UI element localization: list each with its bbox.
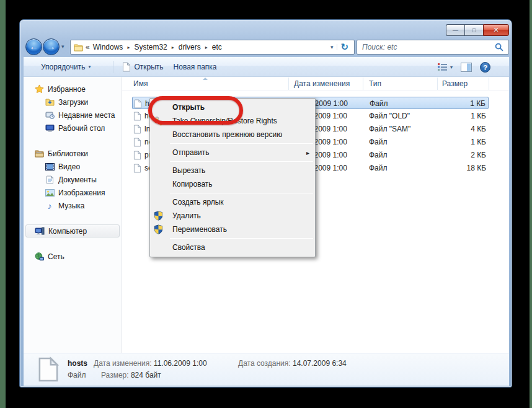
menu-item-restore-previous[interactable]: Восстановить прежнюю версию <box>150 128 315 141</box>
column-divider[interactable] <box>288 78 289 90</box>
details-created-label: Дата создания: <box>238 359 291 368</box>
sidebar-item-downloads[interactable]: Загрузки <box>24 95 122 109</box>
column-header-type[interactable]: Тип <box>369 79 381 88</box>
menu-item-properties[interactable]: Свойства <box>150 241 315 254</box>
open-button[interactable]: Открыть <box>117 62 168 72</box>
minimize-button[interactable]: — <box>446 24 464 36</box>
menu-label: Создать ярлык <box>172 198 224 206</box>
column-divider[interactable] <box>363 78 363 90</box>
nav-chevron-icon: ▾ <box>61 43 64 50</box>
search-icon <box>495 43 503 51</box>
file-blank-icon <box>133 125 141 136</box>
menu-separator <box>170 238 313 239</box>
help-button[interactable]: ? <box>480 62 490 73</box>
file-type: Файл <box>370 99 388 108</box>
libraries-icon <box>34 149 44 159</box>
details-file-type: Файл <box>68 371 86 379</box>
breadcrumb-overflow[interactable]: « <box>86 43 89 51</box>
documents-icon <box>45 175 55 185</box>
organize-button[interactable]: Упорядочить ▾ <box>36 63 95 71</box>
sidebar-item-documents[interactable]: Документы <box>24 173 122 186</box>
file-blank-icon <box>122 62 131 72</box>
breadcrumb-separator-icon[interactable]: ▸ <box>172 45 174 50</box>
menu-label: Переименовать <box>172 225 227 234</box>
music-icon: ♪ <box>45 201 55 211</box>
svg-text:?: ? <box>483 63 487 71</box>
menu-label: Вырезать <box>172 166 205 175</box>
nav-history-dropdown[interactable]: ▾ <box>61 43 64 50</box>
close-button[interactable]: ✕ <box>483 24 509 36</box>
column-divider[interactable] <box>489 78 489 90</box>
sidebar-item-desktop[interactable]: Рабочий стол <box>24 122 122 135</box>
menu-item-rename[interactable]: Переименовать <box>150 223 315 236</box>
sidebar-item-videos[interactable]: Видео <box>24 160 122 173</box>
restore-button[interactable]: □ <box>464 24 483 36</box>
column-header-modified[interactable]: Дата изменения <box>294 79 350 88</box>
file-type: Файл <box>369 151 388 159</box>
menu-separator <box>170 143 313 144</box>
desktop-icon <box>45 123 55 133</box>
forward-button[interactable]: → <box>43 38 60 55</box>
back-icon: ← <box>30 42 38 51</box>
minimize-icon: — <box>453 27 458 33</box>
file-size: 4 КБ <box>471 125 486 133</box>
sidebar-item-favorites[interactable]: Избранное <box>24 82 122 95</box>
menu-label: Свойства <box>172 243 205 252</box>
new-folder-button[interactable]: Новая папка <box>169 63 222 71</box>
file-blank-icon <box>37 355 60 386</box>
menu-label: Восстановить прежнюю версию <box>172 130 282 139</box>
address-folder-icon <box>73 42 83 52</box>
column-header-size[interactable]: Размер <box>442 79 468 88</box>
breadcrumb-item-drivers[interactable]: drivers <box>179 43 201 51</box>
file-type: Файл <box>369 164 388 172</box>
change-view-button[interactable]: ▾ <box>437 63 453 71</box>
computer-icon <box>35 226 45 236</box>
sidebar-item-pictures[interactable]: Изображения <box>24 186 122 199</box>
address-dropdown-button[interactable]: ▾ <box>327 44 338 50</box>
preview-pane-button[interactable] <box>461 63 472 72</box>
details-pane: hosts Файл Дата изменения: 11.06.2009 1:… <box>24 353 509 386</box>
sidebar-item-libraries[interactable]: Библиотеки <box>24 147 122 160</box>
green-edge-left <box>0 0 6 408</box>
file-size: 1 КБ <box>471 112 486 120</box>
column-headers: Имя Дата изменения Тип Размер <box>122 77 509 91</box>
views-icon <box>437 63 448 71</box>
star-icon <box>34 84 44 94</box>
screenshot-stage: — □ ✕ ← → ▾ « Windows ▸ System32 ▸ drive… <box>0 0 532 408</box>
menu-item-delete[interactable]: Удалить <box>150 209 315 223</box>
sidebar-item-recent-places[interactable]: Недавние места <box>24 109 122 122</box>
sidebar-item-music[interactable]: ♪ Музыка <box>24 199 122 212</box>
sidebar-item-network[interactable]: Сеть <box>24 250 122 263</box>
menu-item-send-to[interactable]: Отправить ▸ <box>150 146 315 159</box>
menu-item-create-shortcut[interactable]: Создать ярлык <box>150 195 315 209</box>
file-size: 18 КБ <box>466 164 486 172</box>
breadcrumb-item-system32[interactable]: System32 <box>134 43 167 51</box>
file-blank-icon <box>133 112 141 123</box>
back-button[interactable]: ← <box>25 38 42 55</box>
menu-item-cut[interactable]: Вырезать <box>150 164 315 177</box>
file-blank-icon <box>133 164 141 175</box>
menu-label: Удалить <box>172 211 201 220</box>
sidebar-item-computer[interactable]: Компьютер <box>25 224 120 237</box>
breadcrumb-item-windows[interactable]: Windows <box>93 43 123 51</box>
sidebar-label: Недавние места <box>58 111 115 120</box>
command-bar: Упорядочить ▾ Открыть Новая папка <box>24 57 509 77</box>
video-icon <box>45 162 55 172</box>
column-header-name[interactable]: Имя <box>133 79 148 88</box>
restore-icon: □ <box>472 27 476 33</box>
menu-item-copy[interactable]: Копировать <box>150 177 315 191</box>
breadcrumb-separator-icon[interactable]: ▸ <box>205 45 208 50</box>
details-modified-label: Дата изменения: <box>94 359 152 368</box>
sidebar-label: Музыка <box>58 202 84 210</box>
breadcrumb-item-etc[interactable]: etc <box>212 43 222 51</box>
sidebar-label: Изображения <box>58 188 105 197</box>
file-blank-icon <box>134 99 142 110</box>
navigation-pane: Избранное Загрузки Недавние места <box>24 77 122 353</box>
details-created-value: 14.07.2009 6:34 <box>293 359 347 368</box>
file-type: Файл "OLD" <box>369 112 410 120</box>
address-bar[interactable]: « Windows ▸ System32 ▸ drivers ▸ etc ▾ ↻ <box>70 40 355 55</box>
refresh-button[interactable]: ↻ <box>337 42 352 53</box>
search-input[interactable]: Поиск: etc <box>357 40 509 55</box>
column-divider[interactable] <box>437 78 438 90</box>
breadcrumb-separator-icon[interactable]: ▸ <box>127 45 130 50</box>
